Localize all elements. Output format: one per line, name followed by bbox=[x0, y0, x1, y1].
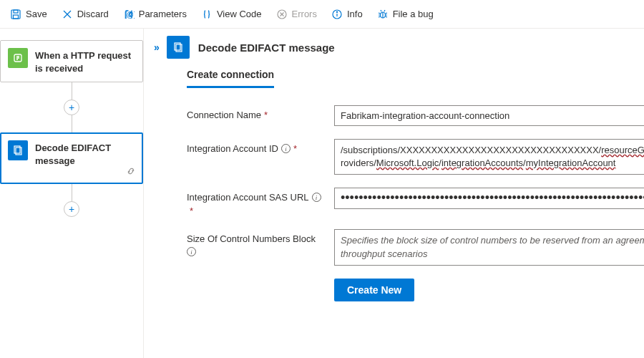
discard-button[interactable]: Discard bbox=[54, 4, 116, 24]
block-size-label: Size Of Control Numbers Block i bbox=[187, 229, 323, 256]
info-icon bbox=[331, 9, 343, 20]
panel-header: » Decode EDIFACT message ··· bbox=[144, 29, 644, 69]
connection-name-label: Connection Name * bbox=[187, 105, 323, 120]
connection-link-icon bbox=[126, 166, 136, 178]
bug-icon bbox=[377, 9, 389, 20]
collapse-panel-icon[interactable]: » bbox=[154, 42, 158, 53]
designer-canvas: When a HTTP request is received + Decode… bbox=[0, 29, 143, 358]
file-bug-button[interactable]: File a bug bbox=[370, 4, 441, 24]
view-code-label: View Code bbox=[217, 9, 262, 19]
create-new-button[interactable]: Create New bbox=[334, 279, 414, 301]
connector-line bbox=[72, 184, 72, 201]
add-step-button[interactable]: + bbox=[64, 100, 79, 115]
svg-rect-0 bbox=[11, 10, 20, 19]
add-step-button[interactable]: + bbox=[64, 201, 79, 217]
svg-rect-2 bbox=[14, 15, 19, 19]
code-icon bbox=[201, 9, 213, 20]
errors-label: Errors bbox=[292, 9, 317, 19]
info-icon[interactable]: i bbox=[281, 144, 291, 153]
trigger-node-title: When a HTTP request is received bbox=[35, 48, 135, 74]
parameters-button[interactable]: [@] Parameters bbox=[116, 4, 194, 24]
save-icon bbox=[10, 9, 21, 20]
action-node-title: Decode EDIFACT message bbox=[35, 140, 135, 167]
action-config-panel: » Decode EDIFACT message ··· Create conn… bbox=[143, 29, 644, 358]
errors-button: Errors bbox=[269, 4, 324, 24]
connection-name-input[interactable] bbox=[334, 105, 644, 126]
panel-title: Decode EDIFACT message bbox=[198, 42, 644, 54]
connector-line bbox=[72, 115, 72, 132]
errors-icon bbox=[276, 9, 288, 20]
integration-account-id-label: Integration Account ID i * bbox=[187, 139, 323, 154]
svg-text:[@]: [@] bbox=[125, 11, 135, 19]
parameters-icon: [@] bbox=[123, 9, 135, 20]
info-button[interactable]: Info bbox=[324, 4, 370, 24]
trigger-node[interactable]: When a HTTP request is received bbox=[0, 40, 143, 82]
info-label: Info bbox=[347, 9, 363, 19]
integration-account-id-input[interactable]: /subscriptions/XXXXXXXXXXXXXXXXXXXXXXXXX… bbox=[334, 139, 644, 175]
toolbar: Save Discard [@] Parameters View Code Er… bbox=[0, 0, 644, 29]
section-tab-create-connection[interactable]: Create connection bbox=[187, 69, 274, 88]
info-icon[interactable]: i bbox=[187, 247, 196, 256]
save-label: Save bbox=[26, 9, 47, 19]
connector-line bbox=[72, 82, 72, 100]
sas-url-label: Integration Account SAS URL i* bbox=[187, 188, 323, 216]
view-code-button[interactable]: View Code bbox=[194, 4, 269, 24]
http-trigger-icon bbox=[8, 48, 28, 68]
parameters-label: Parameters bbox=[139, 9, 187, 19]
svg-point-11 bbox=[336, 11, 337, 12]
block-size-input[interactable]: Specifies the block size of control numb… bbox=[334, 229, 644, 265]
file-bug-label: File a bug bbox=[393, 9, 434, 19]
discard-icon bbox=[62, 9, 73, 20]
sas-url-input[interactable]: ••••••••••••••••••••••••••••••••••••••••… bbox=[334, 188, 644, 209]
save-button[interactable]: Save bbox=[3, 4, 54, 24]
discard-label: Discard bbox=[77, 9, 109, 19]
edifact-action-icon bbox=[8, 140, 28, 160]
action-node[interactable]: Decode EDIFACT message bbox=[0, 132, 143, 184]
edifact-panel-icon bbox=[167, 36, 190, 59]
svg-rect-1 bbox=[14, 10, 18, 13]
info-icon[interactable]: i bbox=[312, 193, 321, 202]
